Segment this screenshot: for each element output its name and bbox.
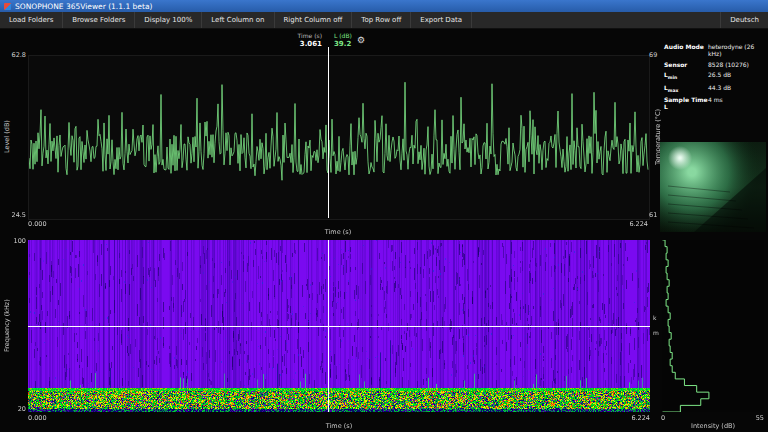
- level-ymax-tick: 62.8: [8, 52, 26, 59]
- level-xstart-tick: 0.000: [28, 221, 47, 228]
- toolbar: Load Folders Browse Folders Display 100%…: [0, 12, 768, 29]
- histogram-x-axis-title: Intensity (dB): [662, 423, 764, 430]
- info-label: Lmin: [664, 71, 708, 80]
- info-value: 4 ms: [708, 96, 723, 103]
- info-row-lmin: Lmin 26.5 dB: [664, 71, 764, 80]
- browse-folders-button[interactable]: Browse Folders: [63, 12, 135, 28]
- top-row-toggle-button[interactable]: Top Row off: [352, 12, 411, 28]
- intensity-histogram-canvas: [662, 240, 764, 412]
- histogram-xmin-tick: 0: [661, 415, 665, 422]
- cursor-time-value: 3.061: [280, 40, 322, 48]
- side-marker-k: k: [653, 315, 656, 321]
- right-column-toggle-button[interactable]: Right Column off: [275, 12, 353, 28]
- cursor-time-readout: Time (s) 3.061: [280, 33, 322, 48]
- title-bar[interactable]: SONOPHONE 365Viewer (1.1.1 beta): [0, 0, 768, 12]
- spectrogram-ymax-tick: 100: [8, 238, 26, 245]
- info-value: heterodyne (26 kHz): [708, 43, 764, 57]
- toolbar-spacer: [472, 12, 720, 28]
- info-label: Sensor: [664, 61, 708, 68]
- info-value: 26.5 dB: [708, 71, 731, 78]
- measurement-info-panel: Audio Mode heterodyne (26 kHz) Sensor 85…: [664, 43, 764, 114]
- left-column-toggle-button[interactable]: Left Column on: [202, 12, 274, 28]
- info-row-sample-time: Sample Time L 4 ms: [664, 96, 764, 110]
- info-label: Audio Mode: [664, 43, 708, 50]
- info-row-lmax: Lmax 44.3 dB: [664, 84, 764, 93]
- load-folders-button[interactable]: Load Folders: [0, 12, 63, 28]
- level-cursor-line[interactable]: [328, 47, 329, 218]
- spectrogram-xstart-tick: 0.000: [28, 415, 47, 422]
- spectrogram-y-axis-title: Frequency (kHz): [3, 240, 12, 412]
- info-label: Lmax: [664, 84, 708, 93]
- cursor-level-readout: L (dB) 39.2: [334, 33, 378, 48]
- side-marker-m: m: [653, 330, 659, 336]
- display-scale-button[interactable]: Display 100%: [135, 12, 202, 28]
- export-data-button[interactable]: Export Data: [411, 12, 472, 28]
- sensor-photo: [660, 142, 766, 232]
- info-row-audio-mode: Audio Mode heterodyne (26 kHz): [664, 43, 764, 57]
- level-ymin-tick: 24.5: [8, 212, 26, 219]
- window-title: SONOPHONE 365Viewer (1.1.1 beta): [15, 2, 152, 11]
- settings-gear-icon[interactable]: ⚙: [357, 35, 365, 45]
- level-x-axis-title: Time (s): [28, 229, 648, 236]
- info-value: 8528 (10276): [708, 61, 749, 68]
- histogram-xmax-tick: 55: [744, 415, 764, 422]
- cursor-time-label: Time (s): [280, 33, 322, 40]
- info-value: 44.3 dB: [708, 84, 731, 91]
- app-icon: [4, 3, 11, 10]
- language-button[interactable]: Deutsch: [720, 12, 768, 28]
- spectrogram-canvas[interactable]: [28, 240, 650, 412]
- app-window: SONOPHONE 365Viewer (1.1.1 beta) Load Fo…: [0, 0, 768, 432]
- info-row-sensor: Sensor 8528 (10276): [664, 61, 764, 68]
- level-xend-tick: 6.224: [608, 221, 648, 228]
- cursor-level-value: 39.2: [334, 40, 378, 48]
- level-y-axis-title: Level (dB): [3, 55, 12, 218]
- spectrogram-x-axis-title: Time (s): [28, 423, 650, 430]
- level-plot-canvas[interactable]: [28, 55, 650, 220]
- cursor-level-label: L (dB): [334, 33, 378, 40]
- spectrogram-ymin-tick: 20: [8, 406, 26, 413]
- info-label: Sample Time L: [664, 96, 708, 110]
- spectrogram-xend-tick: 6.224: [610, 415, 650, 422]
